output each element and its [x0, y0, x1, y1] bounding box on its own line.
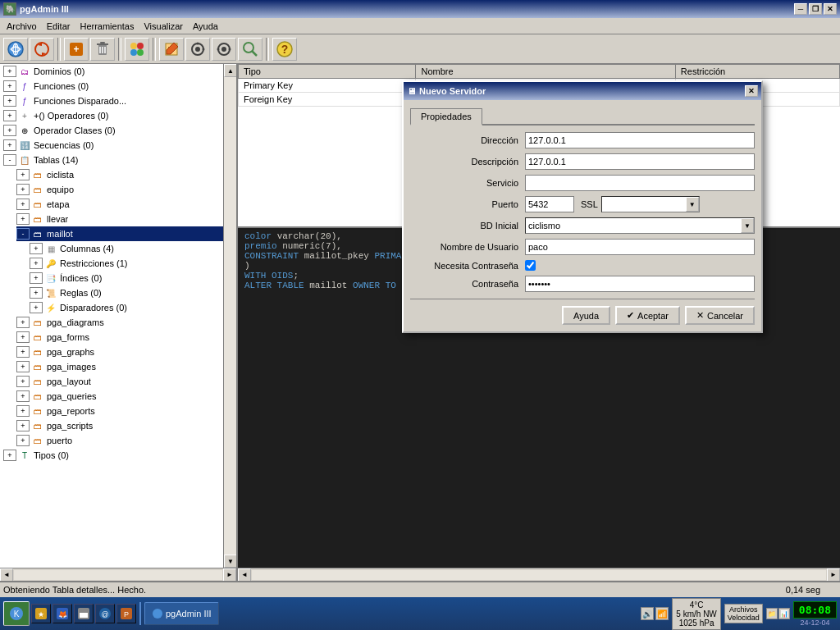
- tree-item-ciclista[interactable]: + 🗃 ciclista: [16, 167, 223, 182]
- tree-item-maillot[interactable]: - 🗃 maillot: [16, 226, 223, 241]
- expand-maillot[interactable]: -: [16, 228, 30, 240]
- tree-item-pga-layout[interactable]: + 🗃 pga_layout: [16, 374, 223, 389]
- dialog-close-button[interactable]: ✕: [745, 85, 758, 97]
- expand-pga-scripts[interactable]: +: [16, 420, 30, 431]
- select-ssl[interactable]: ▼: [601, 196, 700, 212]
- minimize-button[interactable]: ─: [794, 3, 807, 15]
- tray-icon-3[interactable]: 📁: [766, 608, 778, 619]
- tool-new[interactable]: +: [64, 38, 89, 61]
- tool-properties[interactable]: [125, 38, 149, 61]
- checkbox-necesita-contrasena[interactable]: [525, 260, 536, 271]
- ayuda-button[interactable]: Ayuda: [562, 306, 610, 325]
- expand-equipo[interactable]: +: [16, 184, 30, 195]
- tree-item-pga-queries[interactable]: + 🗃 pga_queries: [16, 389, 223, 404]
- tree-item-puerto[interactable]: + 🗃 puerto: [16, 433, 223, 448]
- tool-search[interactable]: [238, 38, 262, 61]
- ssl-dropdown-btn[interactable]: ▼: [686, 197, 699, 212]
- expand-pga-images[interactable]: +: [16, 361, 30, 372]
- tree-item-restricciones[interactable]: + 🔑 Restricciones (1): [30, 256, 223, 271]
- tree-item-dominios[interactable]: + 🗂 Dominios (0): [3, 64, 223, 79]
- cancelar-button[interactable]: ✕ Cancelar: [685, 306, 755, 325]
- expand-secuencias[interactable]: +: [3, 139, 16, 151]
- close-button[interactable]: ✕: [824, 3, 837, 15]
- menu-visualizar[interactable]: Visualizar: [139, 20, 188, 33]
- tree-item-indices[interactable]: + 📑 Índices (0): [30, 271, 223, 285]
- menu-editar[interactable]: Editar: [42, 20, 75, 33]
- aceptar-button[interactable]: ✔ Aceptar: [615, 306, 680, 325]
- scroll-track-v[interactable]: [224, 77, 236, 555]
- tool-delete[interactable]: [90, 38, 115, 61]
- tree-item-reglas[interactable]: + 📜 Reglas (0): [30, 285, 223, 300]
- tool-refresh[interactable]: [30, 38, 54, 61]
- tree-item-funciones[interactable]: + ƒ Funciones (0): [3, 79, 223, 94]
- tree-item-pga-images[interactable]: + 🗃 pga_images: [16, 359, 223, 374]
- input-puerto[interactable]: [525, 196, 574, 212]
- expand-pga-diagrams[interactable]: +: [16, 317, 30, 328]
- tree-scrollbar[interactable]: ▲ ▼: [223, 64, 236, 568]
- expand-pga-forms[interactable]: +: [16, 331, 30, 343]
- input-servicio[interactable]: [525, 175, 755, 191]
- tray-icon-1[interactable]: 🔊: [641, 607, 654, 620]
- select-bd-inicial[interactable]: ciclismo ▼: [525, 217, 755, 234]
- tool-view1[interactable]: [185, 38, 210, 61]
- input-usuario[interactable]: [525, 239, 755, 255]
- expand-columnas[interactable]: +: [30, 243, 43, 254]
- dialog-titlebar[interactable]: 🖥 Nuevo Servidor ✕: [404, 82, 761, 100]
- tree-item-op-clases[interactable]: + ⊕ Operador Clases (0): [3, 123, 223, 138]
- taskbar-icon-4[interactable]: @: [95, 604, 115, 623]
- tree-item-tipos[interactable]: + T Tipos (0): [3, 448, 223, 463]
- tree-item-funciones-disp[interactable]: + ƒ Funciones Disparado...: [3, 94, 223, 108]
- expand-tipos[interactable]: +: [3, 450, 16, 461]
- tray-icon-2[interactable]: 📶: [655, 607, 669, 620]
- expand-funciones[interactable]: +: [3, 80, 16, 92]
- expand-disparadores[interactable]: +: [30, 302, 43, 313]
- tool-help[interactable]: ?: [272, 38, 297, 61]
- taskbar-icon-5[interactable]: P: [116, 604, 136, 623]
- expand-pga-layout[interactable]: +: [16, 376, 30, 387]
- input-direccion[interactable]: [525, 132, 755, 148]
- expand-op-clases[interactable]: +: [3, 125, 16, 136]
- tray-icon-4[interactable]: 📊: [778, 608, 790, 619]
- tree-item-equipo[interactable]: + 🗃 equipo: [16, 182, 223, 197]
- tool-connect[interactable]: [3, 38, 28, 61]
- expand-indices[interactable]: +: [30, 272, 43, 284]
- restore-button[interactable]: ❐: [809, 3, 822, 15]
- menu-archivo[interactable]: Archivo: [2, 20, 42, 33]
- tree-item-disparadores[interactable]: + ⚡ Disparadores (0): [30, 300, 223, 315]
- tree-item-pga-diagrams[interactable]: + 🗃 pga_diagrams: [16, 315, 223, 330]
- taskbar-pgadmin[interactable]: pgAdmin III: [144, 602, 219, 625]
- scroll-up-btn[interactable]: ▲: [224, 64, 236, 77]
- expand-reglas[interactable]: +: [30, 287, 43, 299]
- expand-dominios[interactable]: +: [3, 66, 16, 77]
- tool-view2[interactable]: [212, 38, 236, 61]
- tree-item-etapa[interactable]: + 🗃 etapa: [16, 197, 223, 212]
- taskbar-icon-1[interactable]: ★: [31, 604, 51, 623]
- expand-etapa[interactable]: +: [16, 199, 30, 210]
- scroll-left-btn[interactable]: ◄: [0, 568, 13, 582]
- tree-item-llevar[interactable]: + 🗃 llevar: [16, 212, 223, 226]
- tree-item-secuencias[interactable]: + 🔢 Secuencias (0): [3, 138, 223, 153]
- input-descripcion[interactable]: [525, 153, 755, 170]
- expand-pga-reports[interactable]: +: [16, 405, 30, 417]
- expand-ciclista[interactable]: +: [16, 169, 30, 180]
- expand-pga-queries[interactable]: +: [16, 390, 30, 402]
- tree-item-pga-scripts[interactable]: + 🗃 pga_scripts: [16, 418, 223, 433]
- tree-item-pga-forms[interactable]: + 🗃 pga_forms: [16, 330, 223, 345]
- expand-tablas[interactable]: -: [3, 154, 16, 166]
- menu-ayuda[interactable]: Ayuda: [188, 20, 223, 33]
- expand-puerto[interactable]: +: [16, 435, 30, 446]
- scroll-h-track[interactable]: [14, 570, 222, 580]
- scroll-right-btn[interactable]: ►: [223, 568, 236, 582]
- taskbar-icon-2[interactable]: 🦊: [52, 604, 72, 623]
- expand-restricciones[interactable]: +: [30, 258, 43, 269]
- tool-edit[interactable]: [159, 38, 184, 61]
- tree-item-columnas[interactable]: + ▦ Columnas (4): [30, 241, 223, 256]
- taskbar-icon-3[interactable]: [74, 604, 94, 623]
- start-button[interactable]: K: [3, 601, 30, 626]
- expand-pga-graphs[interactable]: +: [16, 346, 30, 358]
- tree-item-pga-graphs[interactable]: + 🗃 pga_graphs: [16, 345, 223, 359]
- expand-operadores[interactable]: +: [3, 110, 16, 121]
- scroll-down-btn[interactable]: ▼: [224, 555, 236, 568]
- tree-item-pga-reports[interactable]: + 🗃 pga_reports: [16, 404, 223, 418]
- tab-propiedades[interactable]: Propiedades: [410, 108, 482, 126]
